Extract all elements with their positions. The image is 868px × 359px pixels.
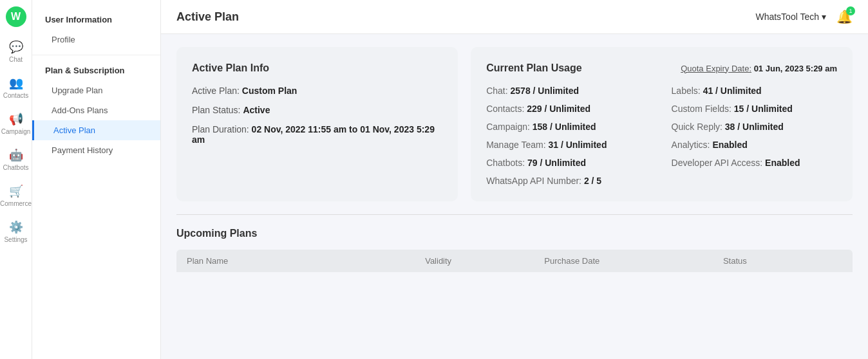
nav-item-upgrade[interactable]: Upgrade Plan — [32, 80, 160, 100]
cards-row: Active Plan Info Active Plan: Custom Pla… — [176, 47, 853, 201]
usage-campaign-value: 158 / Unlimited — [533, 122, 596, 132]
current-plan-usage-card: Current Plan Usage Quota Expiry Date: 01… — [471, 47, 853, 201]
usage-custom-fields-value: 15 / Unlimited — [734, 104, 793, 114]
notification-badge: 1 — [846, 6, 855, 15]
usage-campaign-label: Campaign: — [486, 122, 533, 132]
nav-section-plan[interactable]: Plan & Subscription — [32, 60, 160, 80]
sidebar-item-campaign-label: Campaign — [1, 128, 31, 135]
usage-item-developer-api: Developer API Access: Enabled — [672, 158, 837, 168]
col-validity: Validity — [425, 256, 544, 266]
plan-info-row-plan: Active Plan: Custom Plan — [192, 86, 442, 96]
org-name: WhatsTool Tech — [755, 12, 819, 22]
nav-item-addons[interactable]: Add-Ons Plans — [32, 100, 160, 120]
upcoming-plans-section: Upcoming Plans Plan Name Validity Purcha… — [176, 228, 853, 272]
sidebar-item-campaign[interactable]: 📢 Campaign — [0, 106, 32, 142]
usage-chat-value: 2578 / Unlimited — [511, 86, 580, 96]
usage-labels-value: 41 / Unlimited — [703, 86, 762, 96]
quota-expiry-value: 01 Jun, 2023 5:29 am — [754, 64, 837, 73]
contacts-icon: 👥 — [9, 76, 23, 90]
col-status: Status — [723, 256, 842, 266]
nav-section-user[interactable]: User Information — [32, 10, 160, 30]
usage-manage-team-value: 31 / Unlimited — [548, 140, 607, 150]
usage-whatsapp-api-label: WhatsApp API Number: — [486, 176, 584, 186]
org-selector[interactable]: WhatsTool Tech ▾ — [755, 12, 826, 22]
usage-item-campaign: Campaign: 158 / Unlimited — [486, 122, 652, 132]
usage-developer-api-value: Enabled — [765, 158, 800, 168]
quota-expiry-label[interactable]: Quota Expiry Date: — [681, 64, 751, 73]
usage-item-contacts: Contacts: 229 / Unlimited — [486, 104, 652, 114]
usage-item-chatbots: Chatbots: 79 / Unlimited — [486, 158, 652, 168]
usage-contacts-label: Contacts: — [486, 104, 527, 114]
usage-item-whatsapp-api: WhatsApp API Number: 2 / 5 — [486, 176, 652, 186]
settings-icon: ⚙️ — [9, 220, 23, 234]
page-header: Active Plan WhatsTool Tech ▾ 🔔 1 — [161, 0, 868, 34]
usage-card-title: Current Plan Usage — [486, 62, 581, 74]
usage-whatsapp-api-value: 2 / 5 — [584, 176, 601, 186]
usage-chat-label: Chat: — [486, 86, 510, 96]
commerce-icon: 🛒 — [9, 184, 23, 198]
usage-developer-api-label: Developer API Access: — [672, 158, 766, 168]
plan-value: Custom Plan — [242, 86, 297, 96]
status-value: Active — [243, 105, 270, 115]
usage-labels-label: Labels: — [672, 86, 703, 96]
usage-contacts-value: 229 / Unlimited — [527, 104, 590, 114]
sidebar-item-chat[interactable]: 💬 Chat — [0, 33, 32, 69]
chatbots-icon: 🤖 — [9, 148, 23, 162]
page-title: Active Plan — [176, 10, 239, 24]
usage-grid: Chat: 2578 / Unlimited Labels: 41 / Unli… — [486, 86, 837, 186]
usage-manage-team-label: Manage Team: — [486, 140, 548, 150]
sidebar-item-commerce[interactable]: 🛒 Commerce — [0, 178, 32, 214]
table-header: Plan Name Validity Purchase Date Status — [176, 250, 853, 272]
usage-analytics-label: Analytics: — [672, 140, 713, 150]
chevron-down-icon: ▾ — [822, 12, 826, 22]
usage-item-custom-fields: Custom Fields: 15 / Unlimited — [672, 104, 837, 114]
usage-custom-fields-label: Custom Fields: — [672, 104, 734, 114]
chat-icon: 💬 — [9, 40, 23, 54]
usage-item-manage-team: Manage Team: 31 / Unlimited — [486, 140, 652, 150]
plan-info-card-title: Active Plan Info — [192, 62, 442, 74]
campaign-icon: 📢 — [9, 112, 23, 126]
app-logo[interactable]: W — [6, 6, 26, 27]
col-plan-name: Plan Name — [187, 256, 425, 266]
plan-info-row-status: Plan Status: Active — [192, 105, 442, 115]
plan-label: Active Plan: — [192, 86, 240, 96]
sidebar-item-chatbots[interactable]: 🤖 Chatbots — [0, 142, 32, 178]
usage-card-header: Current Plan Usage Quota Expiry Date: 01… — [486, 62, 837, 74]
usage-quick-reply-label: Quick Reply: — [672, 122, 725, 132]
status-label: Plan Status: — [192, 105, 241, 115]
sidebar-item-settings-label: Settings — [4, 236, 27, 243]
plan-info-row-duration: Plan Duration: 02 Nov, 2022 11:55 am to … — [192, 124, 442, 145]
usage-item-quick-reply: Quick Reply: 38 / Unlimited — [672, 122, 837, 132]
usage-analytics-value: Enabled — [712, 140, 747, 150]
usage-item-chat: Chat: 2578 / Unlimited — [486, 86, 652, 96]
section-divider — [176, 214, 853, 215]
upcoming-plans-title: Upcoming Plans — [176, 228, 853, 239]
nav-item-active-plan[interactable]: Active Plan — [32, 120, 160, 140]
content-area: Active Plan Info Active Plan: Custom Pla… — [161, 34, 868, 285]
nav-item-payment-history[interactable]: Payment History — [32, 140, 160, 160]
icon-sidebar: W 💬 Chat 👥 Contacts 📢 Campaign 🤖 Chatbot… — [0, 0, 32, 359]
usage-chatbots-label: Chatbots: — [486, 158, 527, 168]
main-content: Active Plan WhatsTool Tech ▾ 🔔 1 Active … — [161, 0, 868, 359]
sidebar-item-contacts-label: Contacts — [3, 92, 28, 99]
col-purchase-date: Purchase Date — [544, 256, 723, 266]
quota-expiry: Quota Expiry Date: 01 Jun, 2023 5:29 am — [681, 64, 837, 73]
header-right: WhatsTool Tech ▾ 🔔 1 — [755, 9, 853, 24]
sidebar-item-chat-label: Chat — [9, 56, 23, 63]
sidebar-item-chatbots-label: Chatbots — [3, 164, 28, 171]
active-plan-info-card: Active Plan Info Active Plan: Custom Pla… — [176, 47, 458, 201]
sidebar-item-contacts[interactable]: 👥 Contacts — [0, 69, 32, 106]
duration-label: Plan Duration: — [192, 124, 249, 134]
nav-item-profile[interactable]: Profile — [32, 30, 160, 50]
usage-chatbots-value: 79 / Unlimited — [527, 158, 586, 168]
sidebar-item-settings[interactable]: ⚙️ Settings — [0, 214, 32, 250]
usage-quick-reply-value: 38 / Unlimited — [725, 122, 784, 132]
notification-button[interactable]: 🔔 1 — [836, 9, 853, 24]
sidebar-item-commerce-label: Commerce — [0, 200, 32, 207]
usage-item-labels: Labels: 41 / Unlimited — [672, 86, 837, 96]
usage-item-analytics: Analytics: Enabled — [672, 140, 837, 150]
left-nav: User Information Profile Plan & Subscrip… — [32, 0, 161, 359]
nav-divider — [32, 55, 160, 55]
